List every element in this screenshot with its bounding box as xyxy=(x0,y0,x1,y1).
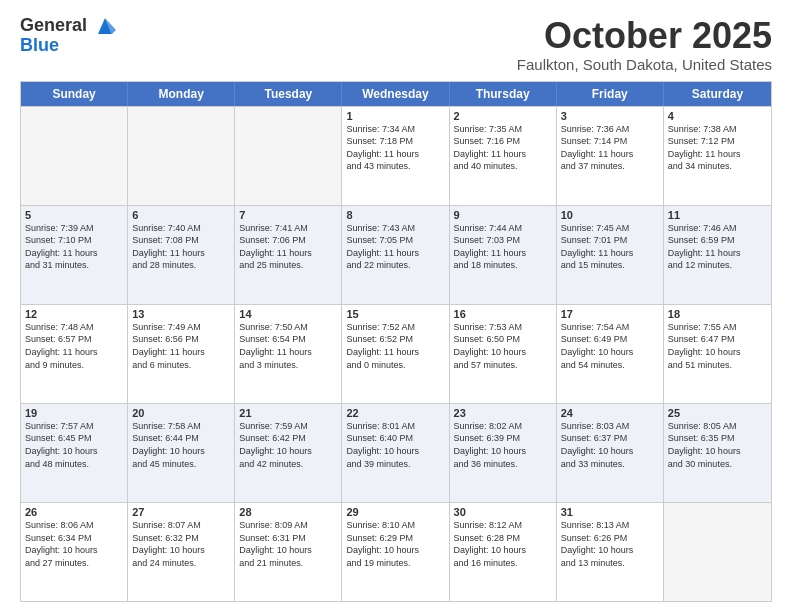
calendar-cell: 17Sunrise: 7:54 AM Sunset: 6:49 PM Dayli… xyxy=(557,305,664,403)
day-details: Sunrise: 8:03 AM Sunset: 6:37 PM Dayligh… xyxy=(561,420,659,470)
logo-general: General xyxy=(20,15,87,35)
calendar-cell: 8Sunrise: 7:43 AM Sunset: 7:05 PM Daylig… xyxy=(342,206,449,304)
day-details: Sunrise: 7:48 AM Sunset: 6:57 PM Dayligh… xyxy=(25,321,123,371)
header: General Blue October 2025 Faulkton, Sout… xyxy=(20,16,772,73)
day-number: 23 xyxy=(454,407,552,419)
day-details: Sunrise: 7:40 AM Sunset: 7:08 PM Dayligh… xyxy=(132,222,230,272)
calendar-cell: 11Sunrise: 7:46 AM Sunset: 6:59 PM Dayli… xyxy=(664,206,771,304)
day-number: 31 xyxy=(561,506,659,518)
calendar-cell: 26Sunrise: 8:06 AM Sunset: 6:34 PM Dayli… xyxy=(21,503,128,601)
day-details: Sunrise: 7:34 AM Sunset: 7:18 PM Dayligh… xyxy=(346,123,444,173)
day-details: Sunrise: 7:44 AM Sunset: 7:03 PM Dayligh… xyxy=(454,222,552,272)
day-number: 29 xyxy=(346,506,444,518)
calendar-cell: 5Sunrise: 7:39 AM Sunset: 7:10 PM Daylig… xyxy=(21,206,128,304)
day-details: Sunrise: 7:36 AM Sunset: 7:14 PM Dayligh… xyxy=(561,123,659,173)
day-details: Sunrise: 8:09 AM Sunset: 6:31 PM Dayligh… xyxy=(239,519,337,569)
calendar-cell: 30Sunrise: 8:12 AM Sunset: 6:28 PM Dayli… xyxy=(450,503,557,601)
calendar-cell xyxy=(664,503,771,601)
day-number: 13 xyxy=(132,308,230,320)
day-number: 7 xyxy=(239,209,337,221)
calendar-cell xyxy=(128,107,235,205)
day-number: 2 xyxy=(454,110,552,122)
day-details: Sunrise: 7:58 AM Sunset: 6:44 PM Dayligh… xyxy=(132,420,230,470)
calendar-cell: 29Sunrise: 8:10 AM Sunset: 6:29 PM Dayli… xyxy=(342,503,449,601)
day-details: Sunrise: 8:05 AM Sunset: 6:35 PM Dayligh… xyxy=(668,420,767,470)
calendar-cell: 9Sunrise: 7:44 AM Sunset: 7:03 PM Daylig… xyxy=(450,206,557,304)
day-details: Sunrise: 8:13 AM Sunset: 6:26 PM Dayligh… xyxy=(561,519,659,569)
day-details: Sunrise: 7:41 AM Sunset: 7:06 PM Dayligh… xyxy=(239,222,337,272)
day-number: 12 xyxy=(25,308,123,320)
day-number: 4 xyxy=(668,110,767,122)
calendar-cell: 24Sunrise: 8:03 AM Sunset: 6:37 PM Dayli… xyxy=(557,404,664,502)
calendar-body: 1Sunrise: 7:34 AM Sunset: 7:18 PM Daylig… xyxy=(21,106,771,601)
calendar-cell: 18Sunrise: 7:55 AM Sunset: 6:47 PM Dayli… xyxy=(664,305,771,403)
calendar-row-1: 1Sunrise: 7:34 AM Sunset: 7:18 PM Daylig… xyxy=(21,106,771,205)
calendar-cell: 28Sunrise: 8:09 AM Sunset: 6:31 PM Dayli… xyxy=(235,503,342,601)
day-details: Sunrise: 8:01 AM Sunset: 6:40 PM Dayligh… xyxy=(346,420,444,470)
day-number: 9 xyxy=(454,209,552,221)
day-number: 15 xyxy=(346,308,444,320)
header-wednesday: Wednesday xyxy=(342,82,449,106)
title-block: October 2025 Faulkton, South Dakota, Uni… xyxy=(517,16,772,73)
day-number: 6 xyxy=(132,209,230,221)
logo: General Blue xyxy=(20,16,116,56)
day-number: 27 xyxy=(132,506,230,518)
calendar-cell: 13Sunrise: 7:49 AM Sunset: 6:56 PM Dayli… xyxy=(128,305,235,403)
day-number: 28 xyxy=(239,506,337,518)
header-sunday: Sunday xyxy=(21,82,128,106)
calendar-cell: 12Sunrise: 7:48 AM Sunset: 6:57 PM Dayli… xyxy=(21,305,128,403)
day-details: Sunrise: 8:02 AM Sunset: 6:39 PM Dayligh… xyxy=(454,420,552,470)
calendar-cell: 2Sunrise: 7:35 AM Sunset: 7:16 PM Daylig… xyxy=(450,107,557,205)
calendar-cell: 15Sunrise: 7:52 AM Sunset: 6:52 PM Dayli… xyxy=(342,305,449,403)
day-number: 22 xyxy=(346,407,444,419)
calendar-cell: 31Sunrise: 8:13 AM Sunset: 6:26 PM Dayli… xyxy=(557,503,664,601)
day-details: Sunrise: 7:45 AM Sunset: 7:01 PM Dayligh… xyxy=(561,222,659,272)
day-number: 17 xyxy=(561,308,659,320)
calendar-row-3: 12Sunrise: 7:48 AM Sunset: 6:57 PM Dayli… xyxy=(21,304,771,403)
day-details: Sunrise: 7:38 AM Sunset: 7:12 PM Dayligh… xyxy=(668,123,767,173)
day-number: 19 xyxy=(25,407,123,419)
day-number: 3 xyxy=(561,110,659,122)
day-number: 5 xyxy=(25,209,123,221)
logo-text: General Blue xyxy=(20,16,116,56)
day-details: Sunrise: 7:53 AM Sunset: 6:50 PM Dayligh… xyxy=(454,321,552,371)
day-details: Sunrise: 7:39 AM Sunset: 7:10 PM Dayligh… xyxy=(25,222,123,272)
calendar-cell xyxy=(235,107,342,205)
calendar-header: Sunday Monday Tuesday Wednesday Thursday… xyxy=(21,82,771,106)
day-details: Sunrise: 7:55 AM Sunset: 6:47 PM Dayligh… xyxy=(668,321,767,371)
day-number: 25 xyxy=(668,407,767,419)
calendar-cell: 22Sunrise: 8:01 AM Sunset: 6:40 PM Dayli… xyxy=(342,404,449,502)
header-friday: Friday xyxy=(557,82,664,106)
day-details: Sunrise: 8:10 AM Sunset: 6:29 PM Dayligh… xyxy=(346,519,444,569)
day-number: 10 xyxy=(561,209,659,221)
day-number: 14 xyxy=(239,308,337,320)
calendar-cell: 20Sunrise: 7:58 AM Sunset: 6:44 PM Dayli… xyxy=(128,404,235,502)
logo-icon xyxy=(94,16,116,36)
day-details: Sunrise: 7:46 AM Sunset: 6:59 PM Dayligh… xyxy=(668,222,767,272)
calendar-cell: 14Sunrise: 7:50 AM Sunset: 6:54 PM Dayli… xyxy=(235,305,342,403)
header-monday: Monday xyxy=(128,82,235,106)
day-details: Sunrise: 8:06 AM Sunset: 6:34 PM Dayligh… xyxy=(25,519,123,569)
calendar-row-4: 19Sunrise: 7:57 AM Sunset: 6:45 PM Dayli… xyxy=(21,403,771,502)
calendar-cell: 27Sunrise: 8:07 AM Sunset: 6:32 PM Dayli… xyxy=(128,503,235,601)
location: Faulkton, South Dakota, United States xyxy=(517,56,772,73)
day-details: Sunrise: 7:50 AM Sunset: 6:54 PM Dayligh… xyxy=(239,321,337,371)
day-number: 18 xyxy=(668,308,767,320)
calendar-cell: 6Sunrise: 7:40 AM Sunset: 7:08 PM Daylig… xyxy=(128,206,235,304)
calendar-cell: 10Sunrise: 7:45 AM Sunset: 7:01 PM Dayli… xyxy=(557,206,664,304)
day-number: 21 xyxy=(239,407,337,419)
day-details: Sunrise: 7:43 AM Sunset: 7:05 PM Dayligh… xyxy=(346,222,444,272)
day-details: Sunrise: 7:57 AM Sunset: 6:45 PM Dayligh… xyxy=(25,420,123,470)
calendar-cell: 21Sunrise: 7:59 AM Sunset: 6:42 PM Dayli… xyxy=(235,404,342,502)
day-details: Sunrise: 7:59 AM Sunset: 6:42 PM Dayligh… xyxy=(239,420,337,470)
calendar-cell: 1Sunrise: 7:34 AM Sunset: 7:18 PM Daylig… xyxy=(342,107,449,205)
day-number: 11 xyxy=(668,209,767,221)
day-number: 8 xyxy=(346,209,444,221)
day-details: Sunrise: 7:52 AM Sunset: 6:52 PM Dayligh… xyxy=(346,321,444,371)
day-details: Sunrise: 7:35 AM Sunset: 7:16 PM Dayligh… xyxy=(454,123,552,173)
logo-blue: Blue xyxy=(20,36,116,56)
month-title: October 2025 xyxy=(517,16,772,56)
day-details: Sunrise: 8:12 AM Sunset: 6:28 PM Dayligh… xyxy=(454,519,552,569)
calendar-cell: 19Sunrise: 7:57 AM Sunset: 6:45 PM Dayli… xyxy=(21,404,128,502)
header-saturday: Saturday xyxy=(664,82,771,106)
